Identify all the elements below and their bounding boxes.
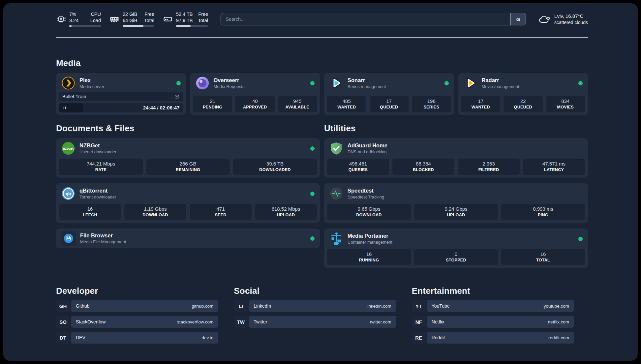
cpu-icon xyxy=(56,14,66,24)
disk-icon xyxy=(163,14,173,24)
bookmark-bar: Twitter twitter.com xyxy=(249,316,396,328)
bookmark-stackoverflow[interactable]: SO StackOverflow stackoverflow.com xyxy=(56,316,218,328)
app-name: Media Portainer xyxy=(348,232,392,239)
stat-box: 21PENDING xyxy=(193,96,232,112)
bookmark-github[interactable]: GH Github github.com xyxy=(56,300,218,312)
bookmark-url: youtube.com xyxy=(544,304,569,309)
stat-label: RUNNING xyxy=(328,258,410,262)
ram-free-label: Free xyxy=(144,11,154,17)
stat-value: 1.19 Gbps xyxy=(125,206,186,212)
bookmark-url: linkedin.com xyxy=(367,304,391,309)
stat-box: 16TOTAL xyxy=(501,249,585,265)
stat-box: 618.52 MbpsUPLOAD xyxy=(255,204,317,220)
stat-label: DOWNLOAD xyxy=(125,213,186,217)
cloud-icon xyxy=(538,13,550,25)
stat-value: 16 xyxy=(328,251,410,258)
cpu-usage-bar-fill xyxy=(69,25,72,27)
cpu-usage-bar xyxy=(69,25,101,27)
app-card-speedtest[interactable]: Speedtest Speedtest Tracking 9.65 GbpsDO… xyxy=(324,183,588,223)
app-card-plex[interactable]: Plex Media server Bullet Train xyxy=(56,73,186,115)
ram-total-value: 64 GiB xyxy=(123,17,137,24)
svg-text:qb: qb xyxy=(66,191,71,196)
middle-grid: Documents & Files nzbget NZBGet Usenet d… xyxy=(56,123,588,268)
cpu-load-value: 3.24 xyxy=(69,17,78,24)
status-dot xyxy=(310,192,315,196)
cpu-stat: 7% 3.24 CPU Load xyxy=(56,11,101,27)
stat-box: 485WANTED xyxy=(327,96,366,112)
card-header: Sonarr Series management xyxy=(324,73,454,92)
stat-value: 196 xyxy=(412,98,450,105)
stat-box: 2,953FILTERED xyxy=(458,159,520,175)
app-card-qbittorrent[interactable]: qb qBittorrent Torrent downloader 16LEEC… xyxy=(56,183,320,223)
bookmarks-entertainment: Entertainment YT YouTube youtube.com NF … xyxy=(412,286,574,348)
bookmark-abbr: LI xyxy=(234,300,248,312)
card-titles: NZBGet Usenet downloader xyxy=(79,142,116,155)
stat-box: 266 GBREMAINING xyxy=(146,159,230,175)
stat-value: 945 xyxy=(279,98,317,105)
bookmark-bar: Github github.com xyxy=(71,300,218,312)
stat-box: 945AVAILABLE xyxy=(278,96,317,112)
stat-box: 40APPROVED xyxy=(235,96,275,112)
bookmark-reddit[interactable]: RE Reddit reddit.com xyxy=(412,332,574,344)
now-playing-row: Bullet Train xyxy=(59,92,183,101)
stat-body: 22 GiB 64 GiB Free Total xyxy=(123,11,154,27)
card-stats: 17WANTED 22QUEUED 834MOVIES xyxy=(458,96,588,115)
card-titles: Sonarr Series management xyxy=(348,77,386,89)
card-header: nzbget NZBGet Usenet downloader xyxy=(56,138,320,157)
bookmark-abbr: DT xyxy=(56,332,70,344)
stat-box: 86,384BLOCKED xyxy=(392,159,454,175)
stat-box: 0STOPPED xyxy=(414,249,498,265)
app-card-nzbget[interactable]: nzbget NZBGet Usenet downloader 744.21 M… xyxy=(56,138,320,178)
bookmark-bar: LinkedIn linkedin.com xyxy=(249,300,396,312)
app-card-portainer[interactable]: Media Portainer Container management 16R… xyxy=(324,228,588,268)
search-input[interactable] xyxy=(221,13,510,25)
app-subtitle: Container management xyxy=(348,240,392,245)
card-stats: 744.21 MbpsRATE 266 GBREMAINING 39.6 TBD… xyxy=(56,159,320,178)
overseerr-icon xyxy=(196,76,209,90)
status-dot xyxy=(176,81,181,85)
app-subtitle: Usenet downloader xyxy=(79,149,116,155)
bookmark-linkedin[interactable]: LI LinkedIn linkedin.com xyxy=(234,300,396,312)
disk-stat: 52.4 TB 97.9 TB Free Total xyxy=(163,11,208,27)
stat-label: DOWNLOADED xyxy=(234,167,316,172)
app-card-adguard[interactable]: AdGuard Home DNS and adblocking 498,461Q… xyxy=(324,138,588,178)
search-engine-button[interactable]: G xyxy=(510,13,526,25)
bookmark-name: Reddit xyxy=(432,335,445,340)
bookmark-twitter[interactable]: TW Twitter twitter.com xyxy=(234,316,396,328)
bookmark-abbr: YT xyxy=(412,300,426,312)
bookmarks-developer: Developer GH Github github.com SO StackO… xyxy=(56,286,218,348)
stat-value: 16 xyxy=(60,206,120,212)
stat-value: 17 xyxy=(370,98,408,105)
pause-button[interactable] xyxy=(62,106,67,110)
app-subtitle: Media Requests xyxy=(214,84,245,89)
disk-total-label: Total xyxy=(198,17,208,24)
bookmark-name: Netflix xyxy=(432,319,444,324)
bookmark-netflix[interactable]: NF Netflix netflix.com xyxy=(412,316,574,328)
disk-free-value: 52.4 TB xyxy=(176,11,193,17)
app-card-overseerr[interactable]: Overseerr Media Requests 21PENDING 40APP… xyxy=(190,73,320,115)
stat-label: AVAILABLE xyxy=(279,105,317,109)
stat-value: 86,384 xyxy=(393,161,454,167)
app-card-radarr[interactable]: Radarr Movie management 17WANTED 22QUEUE… xyxy=(458,73,588,115)
app-name: AdGuard Home xyxy=(348,142,387,149)
stat-label: MOVIES xyxy=(547,105,585,109)
stat-box: 17WANTED xyxy=(461,96,501,112)
radarr-icon xyxy=(464,76,477,90)
bookmark-youtube[interactable]: YT YouTube youtube.com xyxy=(412,300,574,312)
card-header: Plex Media server xyxy=(56,73,186,92)
bookmark-name: LinkedIn xyxy=(254,303,271,309)
app-card-sonarr[interactable]: Sonarr Series management 485WANTED 17QUE… xyxy=(324,73,454,115)
plex-player: Bullet Train 24:44 / 02:06:47 xyxy=(56,92,186,115)
app-name: Overseerr xyxy=(214,77,245,84)
stat-box: 47.571 msLATENCY xyxy=(523,159,585,175)
card-header: Radarr Movie management xyxy=(458,73,588,92)
cpu-usage-label: CPU xyxy=(90,11,101,17)
ram-usage-bar xyxy=(123,25,154,27)
section-title-social: Social xyxy=(234,286,396,296)
bookmark-dev[interactable]: DT DEV dev.to xyxy=(56,332,218,344)
card-header: AdGuard Home DNS and adblocking xyxy=(324,138,588,157)
weather-location-temp: Lviv, 16.87°C xyxy=(554,13,588,19)
app-card-filebrowser[interactable]: File Browser Media File Management xyxy=(56,228,320,248)
app-subtitle: DNS and adblocking xyxy=(348,149,387,155)
stat-value: 17 xyxy=(462,98,500,105)
